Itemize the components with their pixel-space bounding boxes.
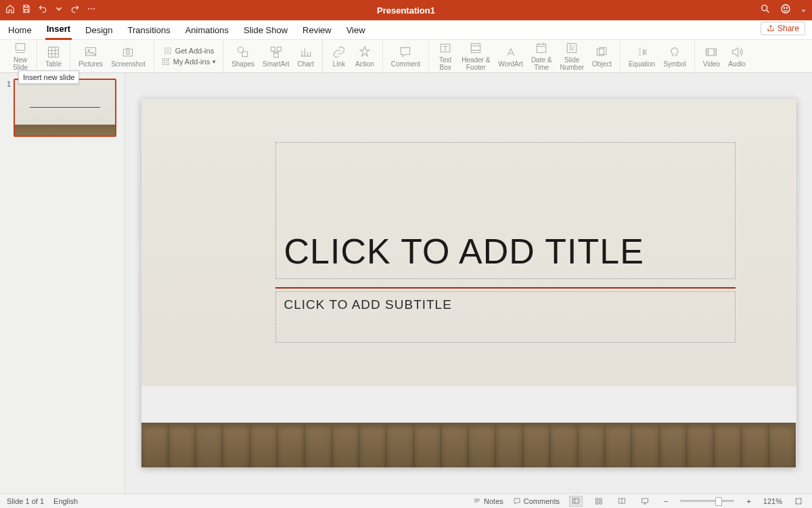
svg-point-12 — [127, 51, 130, 54]
svg-point-2 — [93, 8, 95, 9]
equation-button[interactable]: Equation — [625, 44, 659, 69]
tab-transitions[interactable]: Transitions — [127, 22, 172, 39]
my-addins-button[interactable]: My Add-ins▾ — [158, 57, 219, 66]
tab-home[interactable]: Home — [7, 22, 33, 39]
pictures-button[interactable]: Pictures — [74, 44, 107, 69]
svg-rect-25 — [537, 44, 545, 53]
subtitle-placeholder[interactable]: CLICK TO ADD SUBTITLE — [275, 291, 736, 343]
audio-button[interactable]: Audio — [724, 44, 750, 69]
slidenumber-button[interactable]: Slide Number — [556, 40, 588, 72]
normal-view-icon[interactable] — [569, 496, 583, 507]
document-title: Presentation1 — [377, 5, 435, 16]
slide-count: Slide 1 of 1 — [7, 497, 44, 505]
title-placeholder[interactable]: CLICK TO ADD TITLE — [275, 142, 736, 279]
header-footer-button[interactable]: Header & Footer — [457, 40, 494, 72]
share-label: Share — [777, 24, 799, 33]
textbox-button[interactable]: Text Box — [433, 40, 457, 72]
svg-point-1 — [91, 8, 92, 9]
link-button[interactable]: Link — [327, 44, 351, 69]
chart-button[interactable]: Chart — [294, 44, 318, 69]
wordart-button[interactable]: WordArt — [494, 44, 527, 69]
slideshow-view-icon[interactable] — [638, 496, 652, 507]
svg-rect-31 — [595, 499, 598, 501]
svg-rect-32 — [600, 499, 602, 501]
zoom-slider[interactable] — [680, 500, 734, 502]
svg-rect-15 — [166, 58, 169, 61]
undo-dropdown-icon[interactable] — [54, 4, 64, 16]
svg-point-4 — [782, 5, 790, 13]
svg-rect-17 — [166, 62, 169, 65]
svg-rect-22 — [273, 53, 278, 57]
svg-point-5 — [784, 7, 784, 8]
tab-animations[interactable]: Animations — [184, 22, 230, 39]
account-dropdown-icon[interactable] — [800, 4, 807, 16]
get-addins-button[interactable]: Get Add-ins — [158, 46, 219, 56]
svg-rect-16 — [162, 62, 165, 65]
svg-rect-26 — [568, 43, 577, 52]
zoom-in-icon[interactable]: + — [744, 497, 753, 505]
tab-view[interactable]: View — [345, 22, 367, 39]
fit-window-icon[interactable] — [792, 496, 805, 507]
slide-canvas[interactable]: CLICK TO ADD TITLE CLICK TO ADD SUBTITLE — [141, 99, 796, 467]
svg-rect-21 — [277, 47, 281, 51]
svg-rect-8 — [49, 47, 59, 57]
share-button[interactable]: Share — [761, 22, 805, 35]
home-icon[interactable] — [5, 4, 15, 16]
svg-rect-36 — [641, 499, 648, 503]
new-slide-tooltip: Insert new slide — [18, 70, 79, 84]
wood-floor-graphic — [141, 423, 796, 467]
reading-view-icon[interactable] — [615, 496, 629, 507]
more-icon[interactable] — [87, 4, 96, 16]
table-button[interactable]: Table — [41, 44, 66, 69]
new-slide-button[interactable]: New Slide — [8, 40, 32, 72]
smartart-button[interactable]: SmartArt — [258, 44, 293, 69]
svg-rect-30 — [572, 499, 579, 503]
svg-point-3 — [762, 5, 767, 11]
svg-rect-14 — [162, 58, 165, 61]
object-button[interactable]: Object — [588, 44, 616, 69]
shapes-button[interactable]: Shapes — [227, 44, 258, 69]
account-icon[interactable] — [780, 3, 791, 17]
symbol-button[interactable]: Symbol — [659, 44, 690, 69]
action-button[interactable]: Action — [351, 44, 378, 69]
svg-rect-34 — [600, 502, 602, 504]
comment-button[interactable]: Comment — [387, 44, 424, 69]
redo-icon[interactable] — [70, 4, 80, 16]
video-button[interactable]: Video — [699, 44, 724, 69]
save-icon[interactable] — [22, 4, 31, 16]
thumbnail-number: 1 — [4, 79, 11, 88]
tab-slideshow[interactable]: Slide Show — [242, 22, 289, 39]
svg-rect-29 — [706, 49, 717, 56]
tab-insert[interactable]: Insert — [45, 21, 72, 40]
svg-point-0 — [88, 8, 89, 9]
svg-rect-7 — [16, 43, 24, 50]
datetime-button[interactable]: Date & Time — [527, 40, 556, 72]
notes-toggle[interactable]: Notes — [473, 497, 503, 505]
zoom-level[interactable]: 121% — [763, 497, 782, 505]
svg-rect-19 — [242, 51, 248, 57]
svg-rect-24 — [472, 43, 480, 52]
sorter-view-icon[interactable] — [592, 496, 606, 507]
zoom-out-icon[interactable]: − — [661, 497, 671, 505]
slide-thumbnail-panel: 1 — [0, 73, 125, 493]
tab-review[interactable]: Review — [301, 22, 333, 39]
svg-rect-11 — [124, 49, 133, 56]
divider-line — [275, 287, 736, 289]
screenshot-button[interactable]: Screenshot — [107, 44, 150, 69]
search-icon[interactable] — [760, 3, 771, 17]
language-status[interactable]: English — [53, 497, 78, 505]
svg-point-10 — [88, 49, 90, 51]
svg-rect-20 — [271, 47, 275, 51]
svg-point-6 — [786, 7, 787, 8]
comments-toggle[interactable]: Comments — [513, 497, 560, 505]
tab-design[interactable]: Design — [84, 22, 114, 39]
slide-thumbnail-1[interactable] — [14, 79, 116, 137]
svg-rect-33 — [595, 502, 598, 504]
undo-icon[interactable] — [38, 4, 47, 16]
